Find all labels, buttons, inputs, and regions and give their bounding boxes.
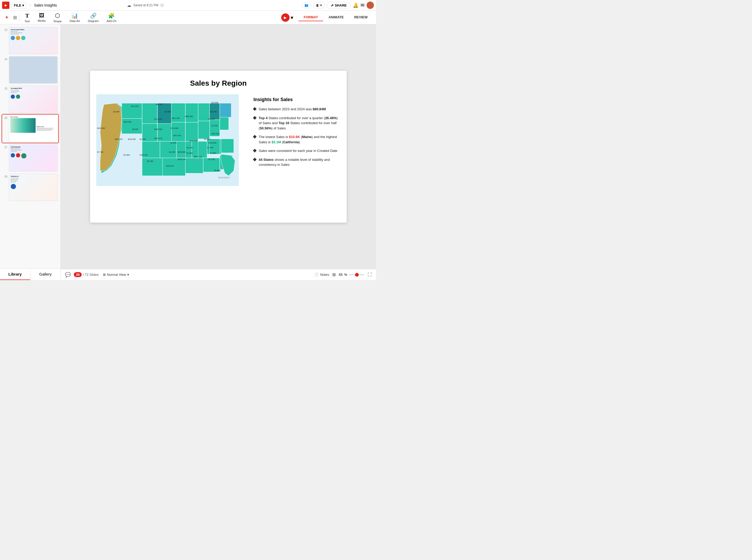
zoom-thumb[interactable] — [355, 273, 359, 277]
total-slides: / 72 Slides — [83, 273, 99, 277]
slide-item-26[interactable]: 26 Sales by Region Insights for Sales — [2, 115, 58, 143]
slide-item-25[interactable]: 25 Zia Insights (NLG) Continuous analysi… — [2, 85, 58, 114]
slides-grid-icon[interactable]: ⊞ — [332, 272, 336, 277]
slide-item-28[interactable]: 28 Predictive AI Find the best matchStat… — [2, 173, 58, 201]
svg-rect-14 — [209, 103, 220, 120]
slide-num-23: 23 — [3, 27, 7, 32]
slide-item-27[interactable]: 27 LLM Integration Organise data by LLMG… — [2, 144, 58, 172]
share-button[interactable]: ⇗ SHARE — [327, 2, 351, 9]
tab-format[interactable]: FORMAT — [299, 14, 323, 21]
svg-rect-16 — [220, 103, 231, 117]
bell-icon[interactable]: 🔔 — [353, 2, 359, 8]
view-mode-button[interactable]: ⊞ Normal View ▾ — [103, 273, 129, 277]
layers-button[interactable]: ◧ ▾ — [313, 2, 325, 8]
insight-3-high: $3.1M — [271, 140, 281, 144]
slide-item-23[interactable]: 23 Ask Zia Copilot (NLG) Build Zia Copil… — [2, 26, 58, 55]
toolbar-right: ▶ ▾ FORMAT ANIMATE REVIEW — [281, 13, 373, 22]
top-right-actions: 👥 ◧ ▾ ⇗ SHARE 🔔 ✉ — [302, 2, 374, 9]
tab-review[interactable]: REVIEW — [349, 14, 373, 21]
slide-thumb-23: Ask Zia Copilot (NLG) Build Zia CopilotQ… — [9, 27, 58, 54]
toolbar: + ⊞ T Text 🖼 Media ⬡ Shape 📊 Data Art 🔗 … — [0, 11, 376, 24]
shape-tool[interactable]: ⬡ Shape — [50, 11, 65, 24]
insight-item-2: Top 4 States contributed for over a quar… — [253, 116, 340, 131]
favorite-icon[interactable]: ☆ — [28, 3, 32, 7]
layout-button[interactable]: ⊞ — [11, 13, 19, 22]
play-button[interactable]: ▶ — [281, 13, 290, 22]
thumb-content-28: Predictive AI Find the best matchStatist… — [9, 174, 57, 201]
zoom-percent: 65 — [339, 273, 343, 277]
addon-tool[interactable]: 🧩 Add-On — [103, 11, 120, 24]
insight-5-states: 44 States — [259, 158, 273, 162]
main-area: 23 Ask Zia Copilot (NLG) Build Zia Copil… — [0, 24, 376, 280]
slide-num-25: 25 — [3, 86, 7, 90]
media-icon: 🖼 — [39, 13, 44, 19]
library-gallery-bar: Library Gallery — [0, 268, 60, 280]
logo-button[interactable] — [2, 2, 9, 9]
notes-button[interactable]: 📄 Notes — [314, 273, 329, 277]
bullet-4 — [253, 149, 257, 153]
current-slide-badge: 26 — [74, 272, 82, 277]
slide-canvas[interactable]: Sales by Region — [90, 71, 347, 223]
addon-icon: 🧩 — [108, 13, 115, 19]
svg-rect-15 — [209, 120, 220, 136]
add-button[interactable]: + — [3, 13, 11, 22]
canvas-scroll: Sales by Region — [61, 24, 376, 269]
media-tool[interactable]: 🖼 Media — [34, 11, 49, 24]
slide-body: BAHAMAS — [90, 92, 347, 220]
cloud-icon: ☁ — [127, 3, 131, 8]
addon-label: Add-On — [106, 19, 117, 22]
svg-rect-22 — [207, 139, 221, 154]
collaborate-button[interactable]: 👥 — [302, 2, 311, 8]
slide-item-24[interactable]: 24 — [2, 56, 58, 84]
slide-num-26: 26 — [3, 115, 7, 119]
text-icon: T — [25, 12, 29, 19]
bottom-bar: 💬 26 / 72 Slides ⊞ Normal View ▾ 📄 Notes… — [61, 269, 376, 280]
slide-thumb-28: Predictive AI Find the best matchStatist… — [9, 174, 58, 201]
svg-rect-18 — [142, 141, 160, 158]
insight-2-top16: Top 16 — [279, 121, 289, 125]
share-icon: ⇗ — [331, 3, 333, 7]
bullet-3 — [253, 135, 257, 139]
fullscreen-icon[interactable]: ⛶ — [368, 273, 372, 277]
layers-icon: ◧ — [316, 3, 319, 7]
view-label: Normal View — [107, 273, 126, 277]
thumb-content-27: LLM Integration Organise data by LLMGene… — [9, 145, 57, 171]
diagram-tool[interactable]: 🔗 Diagram — [84, 11, 102, 24]
svg-rect-19 — [160, 141, 177, 158]
gallery-tab[interactable]: Gallery — [31, 269, 60, 280]
insight-item-1: Sales between 2023 and 2024 was $80.84M — [253, 106, 340, 112]
map-section: BAHAMAS — [90, 92, 247, 220]
notes-label: Notes — [320, 273, 329, 277]
zoom-control: 65 % — [339, 273, 365, 277]
insight-text-2: Top 4 States contributed for over a quar… — [259, 116, 340, 131]
text-tool[interactable]: T Text — [21, 11, 34, 24]
insights-title: Insights for Sales — [253, 97, 340, 102]
file-chevron: ▾ — [22, 3, 24, 7]
data-art-tool[interactable]: 📊 Data Art — [66, 11, 84, 24]
info-icon: ⓘ — [161, 3, 164, 7]
shape-icon: ⬡ — [55, 12, 60, 19]
insight-3-maine: Maine — [302, 135, 311, 139]
insight-3-california: California — [283, 140, 299, 144]
mail-icon[interactable]: ✉ — [361, 2, 365, 8]
us-map-svg: BAHAMAS — [94, 94, 241, 186]
svg-rect-10 — [185, 103, 198, 122]
insight-text-3: The lowest Sales is $10.6K (Maine) and t… — [259, 134, 340, 145]
chat-icon[interactable]: 💬 — [65, 272, 71, 278]
bullet-2 — [253, 116, 257, 119]
text-label: Text — [25, 20, 30, 23]
thumb-content-23: Ask Zia Copilot (NLG) Build Zia CopilotQ… — [9, 27, 57, 54]
zoom-slider[interactable] — [349, 274, 365, 275]
slide-title: Sales by Region — [90, 71, 347, 92]
file-label: FILE — [14, 3, 21, 7]
user-avatar[interactable] — [367, 2, 374, 9]
data-art-icon: 📊 — [72, 13, 78, 19]
tab-animate[interactable]: ANIMATE — [323, 14, 349, 21]
canvas-area: Sales by Region — [61, 24, 376, 280]
svg-rect-20 — [177, 141, 192, 158]
save-status-area: ☁ Saved at 8:21 PM ⓘ — [127, 3, 163, 8]
slide-num-27: 27 — [3, 144, 7, 149]
play-chevron[interactable]: ▾ — [291, 14, 293, 21]
file-button[interactable]: FILE ▾ — [12, 2, 26, 8]
library-tab[interactable]: Library — [0, 269, 31, 280]
